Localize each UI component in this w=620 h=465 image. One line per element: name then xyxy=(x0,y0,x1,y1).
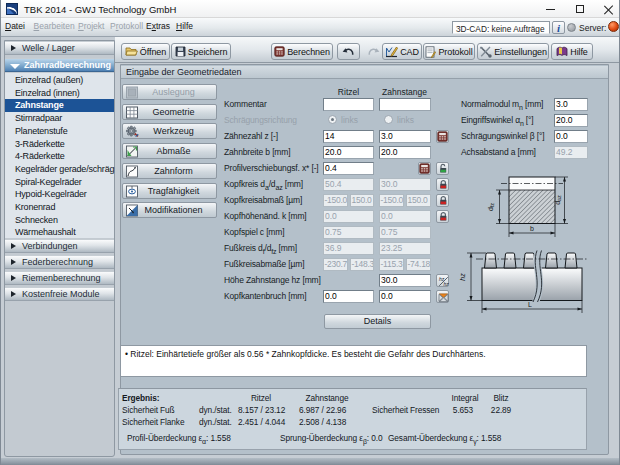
warning-message: • Ritzel: Einhärtetiefe größer als 0.56 … xyxy=(120,345,587,377)
sidebar-item-schnecken[interactable]: Schnecken xyxy=(5,214,114,227)
tab-auslegung[interactable]: Auslegung xyxy=(122,84,217,100)
kopfkreis-lock-button[interactable] xyxy=(436,178,449,191)
field-kopfkreisabmass-zahnstange-max: 150.0 xyxy=(406,194,431,207)
sidebar-item-3-raederkette[interactable]: 3-Räderkette xyxy=(5,138,114,151)
hoehe-zahnstange-option-button[interactable]: hzhz xyxy=(436,274,449,287)
expanded-arrow-icon xyxy=(10,64,20,69)
result-value: 2.451 / 4.044 xyxy=(238,417,285,427)
window-bottom-frame xyxy=(1,458,620,465)
kopfhoehenaend-lock-button[interactable] xyxy=(436,210,449,223)
tab-werkzeug[interactable]: Werkzeug xyxy=(122,123,217,139)
server-label: Server: xyxy=(579,23,606,33)
label-kopfkreisabmass: Kopfkreisabmaß [µm] xyxy=(224,194,302,207)
tab-zahnform[interactable]: Zahnform xyxy=(122,163,217,179)
calculator-icon xyxy=(437,131,448,142)
menu-hilfe[interactable]: Hilfe xyxy=(176,21,193,31)
collapsed-arrow-icon xyxy=(11,259,16,265)
label-profilverschiebung: Profilverschiebungsf. x* [-] xyxy=(224,162,319,175)
menu-protokoll[interactable]: Protokoll xyxy=(110,21,143,31)
collapsed-arrow-icon xyxy=(11,275,16,281)
column-header-zahnstange: Zahnstange xyxy=(379,87,430,97)
radio-links-zahnstange[interactable] xyxy=(384,115,393,124)
label-schraegungswinkel: Schrägungswinkel β [°] xyxy=(461,130,544,143)
maximize-button[interactable] xyxy=(565,0,594,18)
kopfkreisabmass-lock-button[interactable] xyxy=(436,194,449,207)
collapsed-arrow-icon xyxy=(11,45,16,51)
werkzeug-icon xyxy=(125,125,139,138)
radio-links-ritzel[interactable] xyxy=(328,115,337,124)
menu-datei[interactable]: Datei xyxy=(5,21,25,31)
menu-extras[interactable]: Extras xyxy=(146,21,170,31)
sidebar-item-einzelrad-innen[interactable]: Einzelrad (innen) xyxy=(5,87,114,100)
sidebar-item-kegelraeder[interactable]: Kegelräder gerade/schräg xyxy=(5,163,114,176)
input-eingriffswinkel[interactable]: 20.0 xyxy=(554,114,588,127)
sidebar-item-4-raederkette[interactable]: 4-Räderkette xyxy=(5,150,114,163)
column-header-ritzel: Ritzel xyxy=(323,87,374,97)
tab-tragfaehigkeit[interactable]: Tragfähigkeit xyxy=(122,183,217,199)
info-button[interactable]: i xyxy=(552,21,565,34)
input-zaehnezahl-zahnstange[interactable]: 3.0 xyxy=(379,130,431,143)
sidebar-item-kronenrad[interactable]: Kronenrad xyxy=(5,201,114,214)
results-col-ritzel: Ritzel xyxy=(251,393,271,403)
auslegung-icon xyxy=(125,86,139,99)
sidebar-section-riemenberechnung[interactable]: Riemenberechnung xyxy=(5,271,114,285)
collapsed-arrow-icon xyxy=(11,243,16,249)
cad-button[interactable]: CAD xyxy=(382,43,422,60)
result-mode: dyn./stat. xyxy=(199,417,232,427)
input-kommentar-ritzel[interactable] xyxy=(323,98,374,111)
tab-modifikationen[interactable]: Modifikationen xyxy=(122,202,217,218)
tab-geometrie[interactable]: Geometrie xyxy=(122,104,217,120)
input-hoehe-zahnstange[interactable]: 30.0 xyxy=(379,274,431,287)
input-kopfkantenbruch-zahnstange[interactable]: 0.0 xyxy=(379,290,431,303)
undo-button[interactable] xyxy=(337,43,360,60)
menu-bearbeiten[interactable]: Bearbeiten xyxy=(34,21,75,31)
sidebar-item-einzelrad-aussen[interactable]: Einzelrad (außen) xyxy=(5,74,114,87)
open-button[interactable]: Öffnen xyxy=(121,43,170,60)
info-icon: i xyxy=(557,23,560,33)
close-button[interactable] xyxy=(594,0,620,18)
undo-icon xyxy=(342,46,355,57)
sidebar-section-verbindungen[interactable]: Verbindungen xyxy=(5,239,114,253)
sidebar-item-hypoid-kegelraeder[interactable]: Hypoid-Kegelräder xyxy=(5,188,114,201)
minimize-button[interactable] xyxy=(536,0,565,18)
save-button[interactable]: Speichern xyxy=(171,43,231,60)
sidebar-section-welle-lager[interactable]: Welle / Lager xyxy=(5,41,114,55)
calculator-icon xyxy=(274,46,285,57)
profilverschiebung-calculator-button[interactable] xyxy=(418,162,431,175)
zaehnezahl-calculator-button[interactable] xyxy=(436,130,449,143)
sidebar-item-zahnstange[interactable]: Zahnstange xyxy=(5,99,114,112)
field-fusskreisabmasse-zahnstange-min: -115.3 xyxy=(379,258,404,271)
sidebar-item-waermehaushalt[interactable]: Wärmehaushalt xyxy=(5,226,114,239)
kopfkantenbruch-option-button[interactable] xyxy=(436,290,449,303)
help-book-icon xyxy=(556,46,568,57)
input-zaehnezahl-ritzel[interactable]: 14 xyxy=(323,130,374,143)
input-kommentar-zahnstange[interactable] xyxy=(379,98,431,111)
profilverschiebung-unlock-button[interactable] xyxy=(436,162,449,175)
label-hoehe-zahnstange: Höhe Zahnstange hz [mm] xyxy=(224,274,321,287)
settings-button[interactable]: Einstellungen xyxy=(477,43,549,60)
tab-abmasse[interactable]: Abmaße xyxy=(122,143,217,159)
save-floppy-icon xyxy=(175,46,186,57)
details-button[interactable]: Details xyxy=(324,314,431,329)
input-schraegungswinkel[interactable]: 0.0 xyxy=(554,130,588,143)
input-normalmodul[interactable]: 3.0 xyxy=(554,98,588,111)
input-profilverschiebung-ritzel[interactable]: 0.4 xyxy=(323,162,374,175)
input-zahnbreite-zahnstange[interactable]: 20.0 xyxy=(379,146,431,159)
calculate-button[interactable]: Berechnen xyxy=(271,43,333,60)
menu-projekt[interactable]: Projekt xyxy=(78,21,104,31)
field-kopfkreisabmass-zahnstange-min: -150.0 xyxy=(379,194,404,207)
help-button[interactable]: Hilfe xyxy=(551,43,593,60)
field-kopfspiel-zahnstange: 0.75 xyxy=(379,226,431,239)
sidebar-item-spiral-kegelraeder[interactable]: Spiral-Kegelräder xyxy=(5,176,114,189)
modifikationen-icon xyxy=(125,204,139,217)
sidebar-item-planetenstufe[interactable]: Planetenstufe xyxy=(5,125,114,138)
input-zahnbreite-ritzel[interactable]: 20.0 xyxy=(323,146,374,159)
sidebar-section-zahnradberechnung[interactable]: Zahnradberechnung xyxy=(5,58,114,72)
protocol-button[interactable]: Protokoll xyxy=(423,43,475,60)
sidebar-item-stirnradpaar[interactable]: Stirnradpaar xyxy=(5,112,114,125)
input-kopfkantenbruch-ritzel[interactable]: 0.0 xyxy=(323,290,374,303)
sidebar-item-list: Einzelrad (außen) Einzelrad (innen) Zahn… xyxy=(5,73,114,238)
sidebar-section-kostenfreie-module[interactable]: Kostenfreie Module xyxy=(5,287,114,301)
sidebar-section-federberechnung[interactable]: Federberechnung xyxy=(5,255,114,269)
label-zaehnezahl: Zähnezahl z [-] xyxy=(224,130,278,143)
